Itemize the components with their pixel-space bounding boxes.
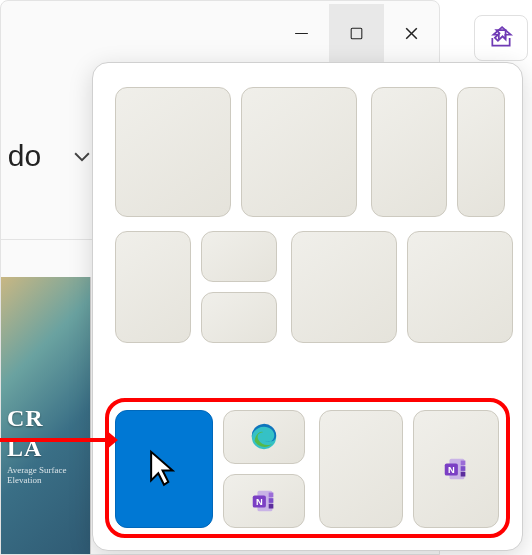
snap-zone-onenote[interactable]: N [223, 474, 305, 528]
snap-row-3: N N [115, 410, 500, 528]
snap-zone[interactable] [371, 87, 447, 217]
snap-row-1 [115, 87, 500, 217]
snap-zone-active[interactable] [115, 410, 213, 528]
onenote-icon: N [441, 454, 471, 484]
snap-layout-two-thirds-left[interactable] [371, 87, 505, 217]
snap-zone-onenote[interactable]: N [413, 410, 499, 528]
snap-zone[interactable] [201, 292, 277, 343]
snap-zone-edge[interactable] [223, 410, 305, 464]
window-titlebar [1, 1, 439, 66]
svg-rect-15 [461, 472, 466, 477]
snap-layouts-flyout: N N [92, 62, 523, 551]
prompt-text: nt to do [0, 139, 41, 173]
maximize-button[interactable] [329, 4, 384, 64]
snap-zone[interactable] [115, 87, 231, 217]
share-button[interactable] [474, 15, 528, 61]
snap-zone[interactable] [407, 231, 513, 343]
edge-icon [249, 422, 279, 452]
snap-zone[interactable] [457, 87, 505, 217]
snap-layout-two-equal[interactable] [115, 87, 357, 217]
svg-text:N: N [256, 497, 263, 507]
map-subtitle: Average Surface Elevation [7, 465, 90, 485]
svg-text:N: N [448, 465, 455, 475]
snap-zone[interactable] [115, 231, 191, 343]
snap-zone[interactable] [241, 87, 357, 217]
snap-row-2 [115, 231, 500, 343]
snap-layout-three-left-stack[interactable] [115, 231, 277, 343]
snap-zone[interactable] [291, 231, 397, 343]
map-thumbnail[interactable]: CR LA Average Surface Elevation [1, 277, 91, 555]
svg-rect-7 [269, 493, 274, 498]
chevron-down-icon[interactable] [71, 145, 93, 167]
svg-rect-9 [269, 504, 274, 509]
close-button[interactable] [384, 4, 439, 64]
map-title-line1: CR [7, 405, 44, 432]
minimize-button[interactable] [274, 4, 329, 64]
snap-layout-two-wide[interactable] [291, 231, 513, 343]
cursor-icon [146, 449, 182, 489]
snap-zone[interactable] [319, 410, 403, 528]
callout-arrow [0, 438, 106, 442]
svg-rect-8 [269, 498, 274, 503]
svg-rect-13 [461, 461, 466, 466]
snap-layout-two-right-app[interactable]: N [319, 410, 499, 528]
svg-rect-1 [351, 28, 362, 39]
svg-rect-14 [461, 466, 466, 471]
snap-layout-three-left-big[interactable]: N [115, 410, 305, 528]
snap-zone[interactable] [201, 231, 277, 282]
onenote-icon: N [249, 486, 279, 516]
